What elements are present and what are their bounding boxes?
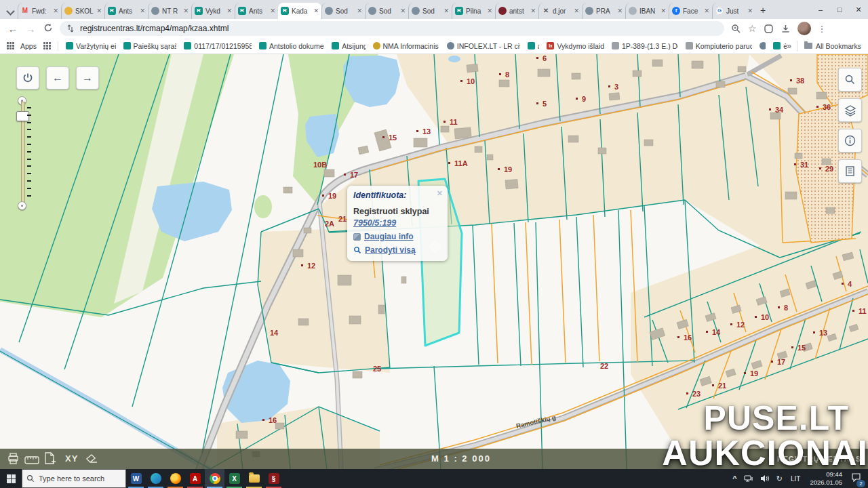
bookmark-item[interactable]: 1P-389-(1.3 E.) Dėl... bbox=[612, 42, 678, 50]
tab-close-icon[interactable]: ✕ bbox=[443, 7, 449, 14]
browser-tab[interactable]: fFace✕ bbox=[669, 3, 712, 19]
bookmark-item[interactable]: ėl bbox=[773, 42, 787, 50]
reload-button[interactable] bbox=[39, 23, 57, 35]
taskbar-app-acrobat[interactable]: A bbox=[185, 469, 205, 488]
bookmark-item[interactable]: NMA Informacinis p... bbox=[373, 42, 439, 50]
profile-avatar[interactable] bbox=[797, 22, 811, 35]
taskbar-app-firefox[interactable] bbox=[165, 469, 185, 488]
all-bookmarks-button[interactable]: All Bookmarks bbox=[797, 41, 868, 52]
browser-tab[interactable]: MFwd:✕ bbox=[18, 3, 61, 19]
browser-tab[interactable]: Sod✕ bbox=[321, 3, 365, 19]
parcel-code-link[interactable]: 7950/5:199 bbox=[353, 218, 441, 228]
tab-close-icon[interactable]: ✕ bbox=[487, 7, 492, 14]
tab-search-icon[interactable] bbox=[5, 5, 15, 15]
taskbar-app-excel[interactable]: X bbox=[224, 469, 244, 488]
tab-close-icon[interactable]: ✕ bbox=[530, 7, 536, 14]
map-info-button[interactable] bbox=[838, 129, 862, 152]
zoom-handle[interactable] bbox=[16, 111, 29, 121]
forward-button[interactable]: → bbox=[22, 23, 39, 35]
popup-close-button[interactable]: ✕ bbox=[437, 189, 443, 198]
browser-tab[interactable]: PRA✕ bbox=[582, 3, 625, 19]
bookmark-item[interactable]: 0117/17/012159580... bbox=[184, 42, 252, 50]
tab-close-icon[interactable]: ✕ bbox=[140, 7, 145, 14]
bookmark-item[interactable]: Atsijungti bbox=[332, 42, 365, 50]
map-viewport[interactable]: Ramotiškių g 6810539383634312910B1715131… bbox=[0, 54, 868, 469]
tab-close-icon[interactable]: ✕ bbox=[270, 7, 275, 14]
browser-tab[interactable]: RAnts✕ bbox=[104, 3, 148, 19]
taskbar-app-explorer[interactable] bbox=[244, 469, 264, 488]
tab-close-icon[interactable]: ✕ bbox=[53, 7, 58, 14]
bookmark-item[interactable]: INFOLEX.LT - LR civil... bbox=[447, 42, 520, 50]
browser-tab[interactable]: GJust✕ bbox=[712, 3, 755, 19]
bookmarks-overflow-chevron[interactable]: » bbox=[787, 41, 791, 51]
apps-grid-icon-2[interactable] bbox=[43, 42, 51, 49]
bookmark-item[interactable]: Varžytynių eiga bbox=[66, 42, 116, 50]
taskbar-app-chrome[interactable] bbox=[205, 469, 224, 488]
start-button[interactable] bbox=[0, 469, 22, 488]
tray-caret-icon[interactable]: ^ bbox=[732, 474, 736, 483]
volume-icon[interactable] bbox=[760, 474, 770, 483]
browser-tab[interactable]: ✕d.jor✕ bbox=[538, 3, 582, 19]
site-settings-icon[interactable] bbox=[66, 24, 75, 33]
bookmark-item[interactable]: a bbox=[528, 42, 540, 50]
notifications-button[interactable]: 2 bbox=[851, 472, 861, 485]
tab-close-icon[interactable]: ✕ bbox=[400, 7, 406, 14]
bookmark-item[interactable]: Antstolio dokumentai bbox=[259, 42, 324, 50]
tab-close-icon[interactable]: ✕ bbox=[313, 7, 319, 14]
minimize-button[interactable]: – bbox=[811, 5, 830, 14]
bookmark-item[interactable]: IxVykdymo išlaidos. bbox=[547, 42, 604, 50]
browser-tab[interactable]: SKOL✕ bbox=[61, 3, 104, 19]
taskbar-app-edge[interactable] bbox=[146, 469, 165, 488]
tab-close-icon[interactable]: ✕ bbox=[704, 7, 709, 14]
back-button[interactable]: ← bbox=[4, 23, 22, 35]
maximize-button[interactable]: □ bbox=[830, 5, 849, 14]
browser-tab[interactable]: RKada✕ bbox=[278, 3, 321, 19]
new-tab-button[interactable]: + bbox=[755, 3, 770, 18]
browser-tab[interactable]: IBAN✕ bbox=[625, 3, 669, 19]
bookmark-apps[interactable]: Apps bbox=[18, 42, 37, 50]
zoom-slider[interactable] bbox=[18, 96, 34, 210]
browser-tab[interactable]: antst✕ bbox=[495, 3, 538, 19]
browser-tab[interactable]: Sod✕ bbox=[365, 3, 408, 19]
bookmark-item[interactable] bbox=[760, 42, 766, 49]
taskbar-app-word[interactable]: W bbox=[126, 469, 146, 488]
erase-button[interactable] bbox=[85, 454, 98, 466]
measure-button[interactable] bbox=[24, 455, 39, 467]
bookmark-item[interactable]: Paieškų sąrašas bbox=[123, 42, 177, 50]
tab-close-icon[interactable]: ✕ bbox=[226, 7, 232, 14]
menu-kebab-icon[interactable]: ⋮ bbox=[818, 24, 827, 34]
browser-tab[interactable]: RPilna✕ bbox=[452, 3, 495, 19]
map-legend-button[interactable] bbox=[838, 159, 862, 183]
clock[interactable]: 09:44 2026.01.05 bbox=[810, 470, 842, 487]
more-info-link[interactable]: Daugiau info bbox=[353, 232, 441, 241]
tab-close-icon[interactable]: ✕ bbox=[747, 7, 753, 14]
browser-tab[interactable]: RVykd✕ bbox=[191, 3, 235, 19]
session-power-button[interactable] bbox=[16, 66, 39, 89]
tab-close-icon[interactable]: ✕ bbox=[96, 7, 102, 14]
map-back-button[interactable]: ← bbox=[46, 66, 69, 89]
map-layers-button[interactable] bbox=[838, 98, 862, 122]
tab-close-icon[interactable]: ✕ bbox=[617, 7, 623, 14]
add-document-button[interactable] bbox=[43, 452, 56, 468]
sync-icon[interactable]: ↻ bbox=[776, 474, 783, 483]
tab-close-icon[interactable]: ✕ bbox=[357, 7, 362, 14]
browser-tab[interactable]: RAnts✕ bbox=[235, 3, 278, 19]
bookmark-item[interactable]: Kompiuterio paruoš... bbox=[686, 42, 752, 50]
map-search-button[interactable] bbox=[838, 68, 862, 92]
download-icon[interactable] bbox=[781, 24, 791, 34]
browser-tab[interactable]: Sod✕ bbox=[408, 3, 452, 19]
tab-close-icon[interactable]: ✕ bbox=[183, 7, 189, 14]
print-button[interactable] bbox=[7, 452, 20, 468]
xy-coordinates-button[interactable]: XY bbox=[65, 453, 78, 464]
apps-grid-icon[interactable] bbox=[7, 42, 14, 49]
show-all-link[interactable]: Parodyti visą bbox=[353, 245, 441, 255]
language-indicator[interactable]: LIT bbox=[791, 475, 800, 483]
taskbar-search[interactable]: Type here to search bbox=[22, 469, 126, 488]
extensions-icon[interactable] bbox=[764, 24, 774, 34]
browser-tab[interactable]: NT R✕ bbox=[148, 3, 191, 19]
map-forward-button[interactable]: → bbox=[76, 66, 99, 89]
zoom-out-knob[interactable] bbox=[18, 201, 26, 210]
taskbar-app-legal[interactable]: § bbox=[264, 469, 283, 488]
tab-close-icon[interactable]: ✕ bbox=[574, 7, 579, 14]
address-bar[interactable]: registrucentras.lt/rcmap4/map/kzaa.xhtml bbox=[60, 21, 724, 36]
